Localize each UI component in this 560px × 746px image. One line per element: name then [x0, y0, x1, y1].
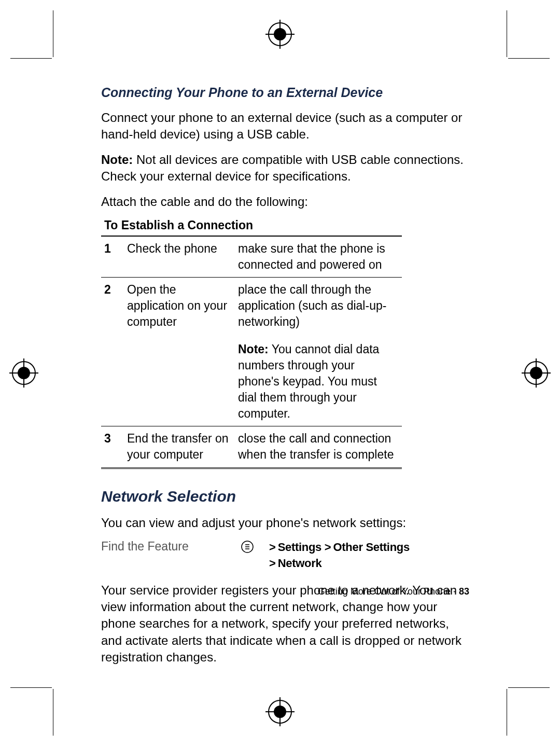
step-number: 1	[101, 236, 124, 278]
section-heading: Network Selection	[101, 488, 469, 505]
note-label: Note:	[238, 342, 269, 356]
step-note: Note: You cannot dial data numbers throu…	[235, 334, 402, 426]
menu-path-line: > Settings > Other Settings	[269, 540, 410, 556]
step-action: Check the phone	[124, 236, 235, 278]
registration-mark-icon	[265, 697, 295, 726]
page-footer: Getting More Out of Your Phone - 83	[101, 586, 469, 597]
note-label: Note:	[101, 153, 133, 167]
crop-mark	[53, 10, 53, 57]
table-row: 2 Open the application on your computer …	[101, 278, 402, 335]
crop-mark	[508, 58, 550, 59]
crop-mark	[53, 689, 53, 736]
registration-mark-icon	[9, 358, 38, 388]
procedure-table: To Establish a Connection 1 Check the ph…	[101, 218, 402, 469]
step-description: place the call through the application (…	[235, 278, 402, 335]
menu-path-line: > Network	[269, 556, 410, 572]
note-paragraph: Note: Not all devices are compatible wit…	[101, 151, 469, 185]
step-description: close the call and connection when the t…	[235, 426, 402, 468]
menu-path: > Settings > Other Settings > Network	[269, 540, 410, 572]
crop-mark	[10, 687, 52, 688]
subsection-heading: Connecting Your Phone to an External Dev…	[101, 85, 469, 100]
page-number: 83	[459, 586, 469, 597]
crop-mark	[10, 58, 52, 59]
menu-key-icon	[241, 541, 254, 553]
table-note-row: Note: You cannot dial data numbers throu…	[101, 334, 402, 426]
table-caption: To Establish a Connection	[101, 218, 402, 236]
registration-mark-icon	[522, 358, 551, 388]
table-row: 1 Check the phone make sure that the pho…	[101, 236, 402, 278]
crop-mark	[508, 687, 550, 688]
body-paragraph: Attach the cable and do the following:	[101, 194, 469, 210]
feature-navigation: Find the Feature > Settings > Other Sett…	[101, 540, 469, 572]
step-number: 3	[101, 426, 124, 468]
body-paragraph: You can view and adjust your phone's net…	[101, 515, 469, 531]
body-paragraph: Connect your phone to an external device…	[101, 109, 469, 143]
step-description: make sure that the phone is connected an…	[235, 236, 402, 278]
step-number: 2	[101, 278, 124, 335]
note-text: Not all devices are compatible with USB …	[101, 153, 464, 183]
crop-mark	[507, 689, 507, 736]
table-row: 3 End the transfer on your computer clos…	[101, 426, 402, 468]
find-feature-label: Find the Feature	[101, 540, 241, 572]
step-action: Open the application on your computer	[124, 278, 235, 335]
footer-section: Getting More Out of Your Phone -	[318, 586, 459, 597]
registration-mark-icon	[265, 20, 295, 49]
step-action: End the transfer on your computer	[124, 426, 235, 468]
crop-mark	[507, 10, 507, 57]
manual-page: Connecting Your Phone to an External Dev…	[0, 0, 560, 746]
